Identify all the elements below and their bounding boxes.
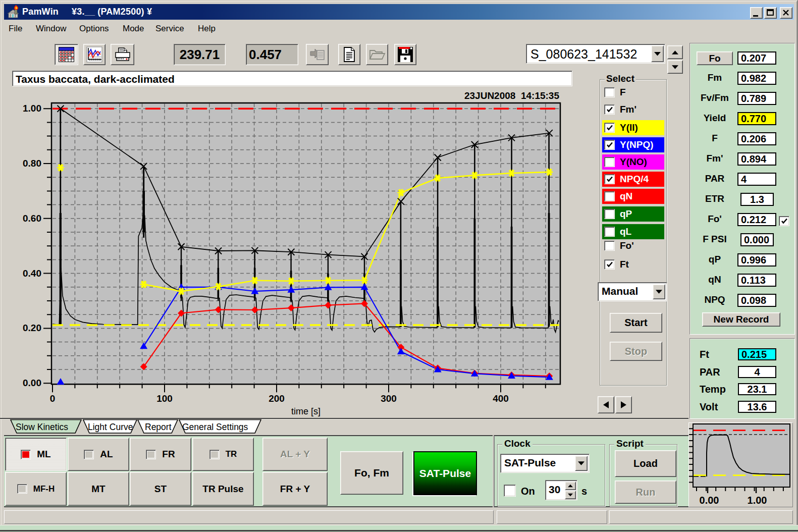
svg-text:Slow Kinetics: Slow Kinetics	[16, 422, 68, 432]
svg-text:100: 100	[156, 393, 173, 404]
svg-text:Light Curve: Light Curve	[88, 422, 133, 432]
svg-text:time [s]: time [s]	[291, 406, 321, 416]
svg-text:0.00: 0.00	[23, 378, 41, 388]
svg-text:0.80: 0.80	[23, 158, 41, 169]
svg-text:300: 300	[381, 393, 397, 404]
svg-text:0.60: 0.60	[23, 213, 41, 224]
svg-text:0: 0	[50, 393, 56, 404]
svg-text:1.00: 1.00	[23, 103, 41, 114]
svg-text:Report: Report	[145, 422, 172, 432]
svg-text:General Settings: General Settings	[182, 422, 248, 432]
svg-text:400: 400	[493, 393, 509, 404]
svg-text:0.20: 0.20	[23, 323, 41, 333]
svg-text:23JUN2008 14:15:35: 23JUN2008 14:15:35	[464, 90, 559, 101]
svg-text:1.00: 1.00	[748, 495, 767, 506]
svg-text:0.00: 0.00	[700, 495, 719, 506]
svg-text:200: 200	[269, 393, 285, 404]
svg-text:0.40: 0.40	[23, 268, 41, 279]
